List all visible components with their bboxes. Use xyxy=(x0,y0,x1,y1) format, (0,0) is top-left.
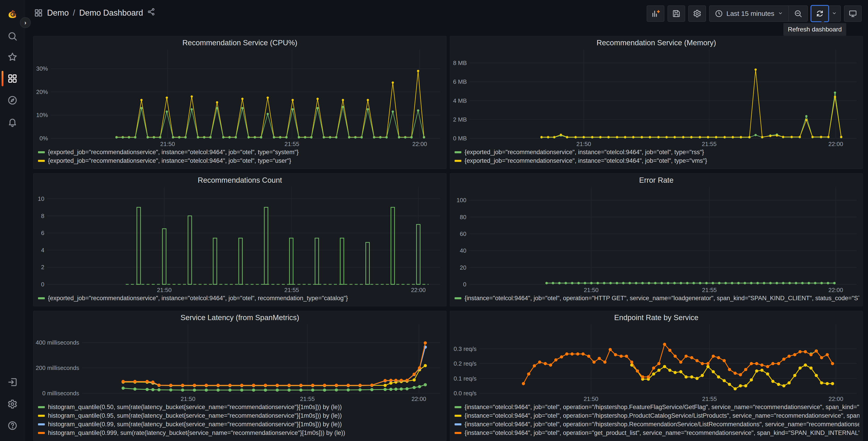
legend-item[interactable]: {instance="otelcol:9464", job="otel", op… xyxy=(455,420,859,429)
y-axis-label: 4 MB xyxy=(453,97,467,105)
sidebar-item-dashboards[interactable] xyxy=(0,68,25,89)
panel-title[interactable]: Recommendation Service (CPU%) xyxy=(182,38,297,47)
legend-label: {exported_job="recommendationservice", i… xyxy=(48,149,299,156)
legend-item[interactable]: {exported_job="recommendationservice", i… xyxy=(38,148,443,156)
chart-plot[interactable] xyxy=(82,324,440,395)
panel-header[interactable]: Recommendation Service (CPU%) xyxy=(33,36,446,49)
chart-plot[interactable] xyxy=(47,187,440,286)
panel-header[interactable]: Endpoint Rate by Service xyxy=(450,311,863,324)
legend-item[interactable]: histogram_quantile(0.50, sum(rate(latenc… xyxy=(38,403,443,411)
dashboard-settings-button[interactable] xyxy=(688,5,706,22)
add-panel-button[interactable] xyxy=(647,5,664,22)
legend-item[interactable]: {instance="otelcol:9464", job="otel", op… xyxy=(455,294,859,302)
x-axis-label: 22:00 xyxy=(824,287,847,294)
panel-body: 400 milliseconds200 milliseconds0 millis… xyxy=(37,324,443,439)
chart-plot[interactable] xyxy=(51,49,440,140)
y-axis-label: 20% xyxy=(36,89,48,95)
legend-color-marker xyxy=(38,423,45,425)
y-axis: 400 milliseconds200 milliseconds0 millis… xyxy=(37,324,82,395)
sidebar-item-starred[interactable] xyxy=(0,47,25,67)
x-axis: 21:5021:5522:00 xyxy=(479,395,857,403)
legend-item[interactable]: {exported_job="recommendationservice", i… xyxy=(38,156,443,165)
legend-label: histogram_quantile(0.999, sum(rate(laten… xyxy=(48,430,345,437)
legend-color-marker xyxy=(455,297,461,299)
x-axis-label: 22:00 xyxy=(407,395,430,403)
cycle-view-mode-button[interactable] xyxy=(844,5,862,22)
panel-header[interactable]: Recommendation Service (Memory) xyxy=(450,36,863,49)
refresh-interval-button[interactable] xyxy=(828,6,840,21)
sidebar-item-sign-in[interactable] xyxy=(0,372,25,392)
sidebar-item-settings[interactable] xyxy=(0,394,25,414)
panel-title[interactable]: Endpoint Rate by Service xyxy=(614,313,698,322)
legend-color-marker xyxy=(455,151,461,153)
legend-item[interactable]: {instance="otelcol:9464", job="otel", op… xyxy=(455,403,859,411)
refresh-dashboard-button[interactable] xyxy=(810,5,829,22)
x-axis: 21:5021:5522:00 xyxy=(47,286,440,294)
time-range-picker[interactable]: Last 15 minutes xyxy=(710,6,788,21)
save-icon xyxy=(672,9,681,18)
chart-plot[interactable] xyxy=(469,49,857,140)
y-axis-label: 80 xyxy=(460,214,466,221)
x-axis-label: 21:55 xyxy=(698,287,721,294)
gear-icon xyxy=(7,399,18,409)
chart-plot[interactable] xyxy=(479,324,857,395)
gear-icon xyxy=(693,9,702,18)
x-axis-label: 21:55 xyxy=(698,141,720,148)
legend-color-marker xyxy=(455,415,461,417)
y-axis-label: 0.2 req/s xyxy=(454,360,476,367)
sidebar-item-explore[interactable] xyxy=(0,90,25,110)
x-axis-label: 21:55 xyxy=(281,141,303,148)
x-axis: 21:5021:5522:00 xyxy=(82,395,440,403)
legend-color-marker xyxy=(455,160,461,162)
save-dashboard-button[interactable] xyxy=(668,5,685,22)
legend-item[interactable]: {instance="otelcol:9464", job="otel", op… xyxy=(455,429,859,437)
y-axis: 30%20%10%0% xyxy=(37,49,51,140)
sidebar-item-help[interactable] xyxy=(0,416,25,436)
y-axis-label: 30% xyxy=(36,65,48,72)
share-dashboard-button[interactable] xyxy=(147,8,155,18)
panel-header[interactable]: Recommendations Count xyxy=(33,174,446,187)
y-axis-label: 0 xyxy=(41,281,44,288)
question-circle-icon xyxy=(7,420,18,431)
y-axis-label: 200 milliseconds xyxy=(36,364,79,372)
panel-title[interactable]: Recommendations Count xyxy=(198,176,282,184)
legend-item[interactable]: {exported_job="recommendationservice", i… xyxy=(455,156,859,165)
breadcrumb: Demo / Demo Dashboard xyxy=(34,8,155,18)
zoom-out-button[interactable] xyxy=(789,6,807,21)
y-axis-label: 8 MB xyxy=(453,60,467,66)
legend-item[interactable]: {instance="otelcol:9464", job="otel", op… xyxy=(455,411,859,420)
add-panel-icon xyxy=(651,9,660,18)
legend-item[interactable]: histogram_quantile(0.95, sum(rate(latenc… xyxy=(38,411,443,420)
breadcrumb-page[interactable]: Demo Dashboard xyxy=(79,8,143,18)
monitor-icon xyxy=(848,9,857,18)
legend-label: {exported_job="recommendationservice", i… xyxy=(48,295,348,302)
panel-error-rate: Error Rate 100806040200 21:5021:5522:00 … xyxy=(450,173,863,306)
x-axis-label: 21:55 xyxy=(698,395,721,403)
legend-label: histogram_quantile(0.95, sum(rate(latenc… xyxy=(48,412,342,419)
breadcrumb-section[interactable]: Demo xyxy=(47,8,69,18)
legend-item[interactable]: {exported_job="recommendationservice", i… xyxy=(455,148,859,156)
x-axis-label: 21:50 xyxy=(177,395,199,403)
y-axis-label: 2 MB xyxy=(453,116,467,123)
chart-plot[interactable] xyxy=(469,187,857,286)
y-axis-label: 10 xyxy=(38,195,44,202)
x-axis-label: 21:50 xyxy=(580,395,602,403)
legend-item[interactable]: histogram_quantile(0.999, sum(rate(laten… xyxy=(38,429,443,437)
legend-item[interactable]: histogram_quantile(0.99, sum(rate(latenc… xyxy=(38,420,443,429)
y-axis-label: 20 xyxy=(460,264,466,271)
panel-header[interactable]: Error Rate xyxy=(450,174,863,187)
compass-icon xyxy=(7,95,18,106)
panel-title[interactable]: Service Latency (from SpanMetrics) xyxy=(181,313,299,322)
tooltip-arrow xyxy=(820,20,826,23)
share-alt-icon xyxy=(147,8,155,16)
panel-title[interactable]: Recommendation Service (Memory) xyxy=(596,38,716,47)
panel-title[interactable]: Error Rate xyxy=(639,176,673,184)
x-axis: 21:5021:5522:00 xyxy=(469,140,857,148)
tooltip-text: Refresh dashboard xyxy=(788,26,842,33)
sync-icon xyxy=(815,9,824,18)
sidebar-item-search[interactable] xyxy=(0,26,25,46)
sidebar-item-alerting[interactable] xyxy=(0,112,25,132)
sidebar-expand-button[interactable]: › xyxy=(20,17,31,28)
panel-header[interactable]: Service Latency (from SpanMetrics) xyxy=(33,311,446,324)
legend-item[interactable]: {exported_job="recommendationservice", i… xyxy=(38,294,443,302)
